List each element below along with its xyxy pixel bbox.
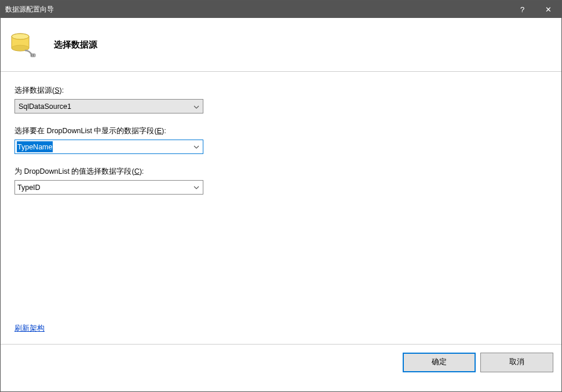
valuefield-combo[interactable] — [14, 180, 203, 195]
svg-rect-5 — [33, 54, 34, 57]
wizard-header: 选择数据源 — [1, 18, 561, 72]
datasource-label: 选择数据源(S): — [14, 86, 548, 96]
refresh-schema-link[interactable]: 刷新架构 — [14, 324, 45, 334]
selection-highlight: TypeName — [17, 141, 53, 152]
ok-button[interactable]: 确定 — [403, 353, 476, 372]
svg-rect-4 — [31, 54, 32, 57]
help-icon: ? — [520, 5, 524, 14]
valuefield-field-block: 为 DropDownList 的值选择数据字段(C): — [14, 167, 548, 195]
chevron-down-icon — [194, 145, 199, 149]
datasource-combo[interactable]: SqlDataSource1 — [14, 99, 203, 113]
displayfield-dropdown-button[interactable] — [190, 140, 203, 153]
valuefield-dropdown-button[interactable] — [190, 181, 203, 194]
help-button[interactable]: ? — [509, 1, 535, 18]
displayfield-field-block: 选择要在 DropDownList 中显示的数据字段(E): TypeName — [14, 126, 548, 154]
datasource-combo-value: SqlDataSource1 — [19, 102, 71, 111]
cancel-button[interactable]: 取消 — [480, 353, 553, 372]
datasource-field-block: 选择数据源(S): SqlDataSource1 — [14, 86, 548, 113]
titlebar: 数据源配置向导 ? ✕ — [1, 1, 561, 18]
valuefield-label: 为 DropDownList 的值选择数据字段(C): — [14, 167, 548, 177]
chevron-down-icon — [194, 102, 199, 111]
chevron-down-icon — [194, 186, 199, 189]
datasource-icon — [9, 31, 37, 58]
footer: 确定 取消 — [1, 344, 561, 380]
close-icon: ✕ — [545, 5, 552, 14]
displayfield-combo[interactable]: TypeName — [14, 140, 203, 154]
valuefield-input[interactable] — [15, 181, 190, 194]
displayfield-label: 选择要在 DropDownList 中显示的数据字段(E): — [14, 126, 548, 136]
close-button[interactable]: ✕ — [535, 1, 561, 18]
window-title: 数据源配置向导 — [5, 5, 509, 14]
content-area: 选择数据源(S): SqlDataSource1 选择要在 DropDownLi… — [1, 72, 561, 344]
page-title: 选择数据源 — [54, 39, 97, 50]
svg-point-2 — [12, 34, 29, 39]
